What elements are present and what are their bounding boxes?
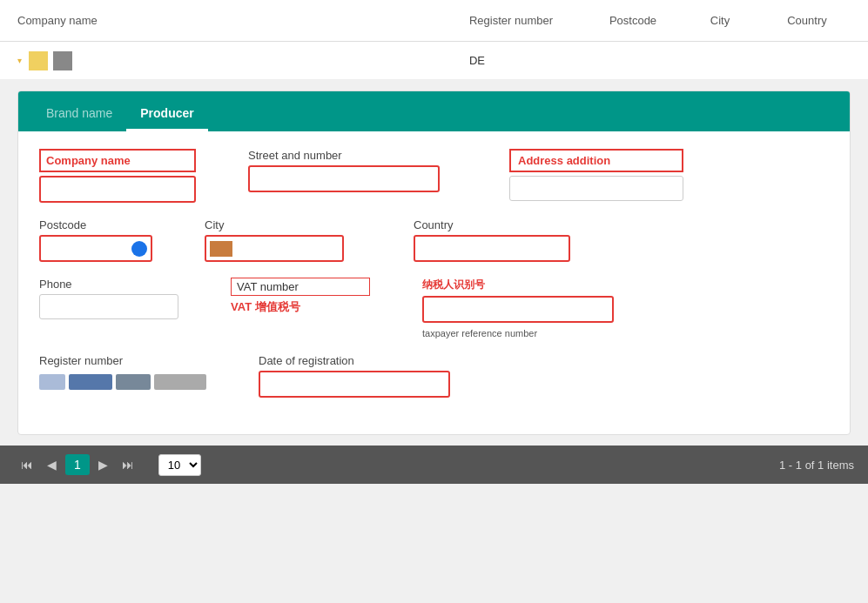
de-label: DE	[469, 54, 485, 67]
date-registration-input[interactable]	[259, 371, 450, 398]
vat-field-group: VAT number VAT 增值税号	[231, 278, 370, 315]
country-input[interactable]	[414, 235, 570, 262]
vat-annotation: VAT 增值税号	[231, 299, 370, 315]
tab-producer[interactable]: Producer	[126, 97, 207, 131]
postcode-input-wrapper	[39, 235, 152, 262]
address-addition-field-group: Address addition	[509, 149, 683, 201]
form-row-2: Postcode City Country	[39, 218, 829, 262]
reg-seg-3	[116, 374, 151, 390]
vat-label: VAT number	[231, 278, 370, 296]
taxpayer-annotation: 纳税人识别号	[422, 278, 485, 292]
phone-input[interactable]	[39, 294, 178, 319]
phone-field-group: Phone	[39, 278, 178, 319]
city-input-wrapper	[205, 235, 344, 262]
street-number-field-group: Street and number	[248, 149, 440, 192]
city-brown-icon	[210, 241, 232, 257]
country-field-group: Country	[414, 218, 570, 262]
form-row-4: Register number Date of registration	[39, 354, 829, 398]
yellow-square-icon	[29, 51, 48, 70]
form-row-3: Phone VAT number VAT 增值税号 纳税人识别号 taxpaye…	[39, 278, 829, 338]
postcode-label: Postcode	[39, 218, 152, 231]
register-number-field-group: Register number	[39, 354, 206, 390]
country-label: Country	[414, 218, 570, 231]
table-header: Company name Register number Postcode Ci…	[0, 0, 868, 42]
company-name-input[interactable]	[39, 176, 196, 203]
producer-form: Company name Street and number Address a…	[18, 131, 850, 434]
address-addition-input[interactable]	[509, 176, 683, 201]
company-name-label: Company name	[39, 149, 196, 172]
register-number-value	[39, 374, 206, 390]
pagination-bar: ⏮ ◀ 1 ▶ ⏭ 10 25 50 1 - 1 of 1 items	[0, 446, 868, 484]
street-number-label: Street and number	[248, 149, 440, 162]
company-name-field-group: Company name	[39, 149, 196, 203]
reg-seg-2	[69, 374, 112, 390]
header-country: Country	[764, 14, 851, 27]
taxpayer-input[interactable]	[422, 296, 614, 323]
tab-brand-name[interactable]: Brand name	[32, 97, 126, 131]
postcode-field-group: Postcode	[39, 218, 152, 262]
city-field-group: City	[205, 218, 344, 262]
reg-seg-1	[39, 374, 65, 390]
street-number-input[interactable]	[248, 165, 440, 192]
prev-page-button[interactable]: ◀	[42, 454, 62, 475]
tab-bar: Brand name Producer	[18, 91, 850, 131]
city-label: City	[205, 218, 344, 231]
phone-label: Phone	[39, 278, 178, 291]
first-page-button[interactable]: ⏮	[16, 454, 38, 475]
expand-arrow-icon[interactable]: ▾	[17, 56, 22, 65]
date-registration-label: Date of registration	[259, 354, 450, 367]
date-registration-field-group: Date of registration	[259, 354, 450, 398]
taxpayer-field-group: 纳税人识别号 taxpayer reference number	[422, 278, 614, 338]
table-row: ▾ DE	[0, 42, 868, 80]
reg-seg-4	[154, 374, 206, 390]
header-company-name: Company name	[17, 14, 209, 27]
header-city: City	[676, 14, 764, 27]
header-postcode: Postcode	[589, 14, 676, 27]
current-page-button[interactable]: 1	[65, 454, 90, 475]
per-page-select[interactable]: 10 25 50	[158, 454, 201, 476]
register-number-label: Register number	[39, 354, 206, 367]
form-row-1: Company name Street and number Address a…	[39, 149, 829, 203]
address-addition-label: Address addition	[509, 149, 683, 172]
header-register-number: Register number	[433, 14, 589, 27]
detail-card: Brand name Producer Company name Street …	[17, 90, 851, 435]
next-page-button[interactable]: ▶	[93, 454, 113, 475]
last-page-button[interactable]: ⏭	[117, 454, 139, 475]
pagination-info: 1 - 1 of 1 items	[779, 459, 854, 472]
gray-square-icon	[53, 51, 72, 70]
postcode-blue-icon	[131, 241, 147, 257]
taxpayer-label: taxpayer reference number	[422, 328, 614, 338]
